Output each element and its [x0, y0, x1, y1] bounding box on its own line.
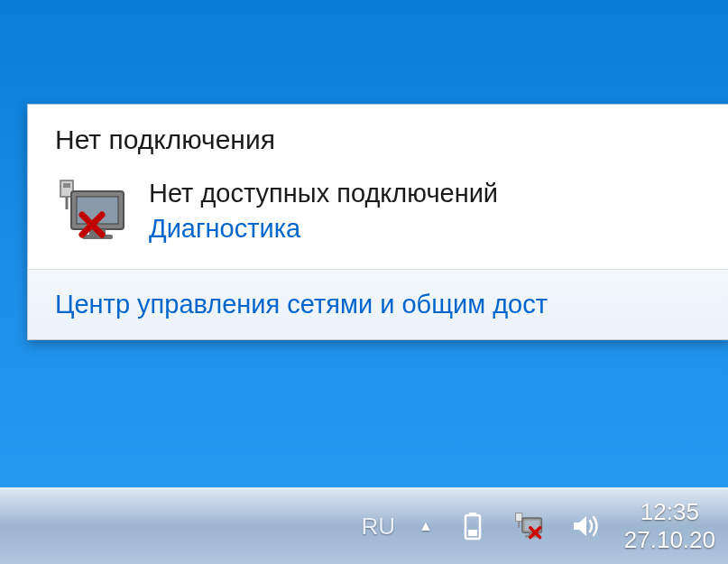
network-center-link[interactable]: Центр управления сетями и общим дост: [55, 290, 703, 319]
popup-footer: Центр управления сетями и общим дост: [28, 269, 728, 339]
network-disconnected-icon: [55, 179, 129, 244]
popup-body: Нет доступных подключений Диагностика: [28, 171, 728, 269]
clock[interactable]: 12:35 27.10.20: [624, 498, 715, 554]
network-popup: Нет подключения Нет доступных по: [27, 104, 728, 340]
svg-rect-12: [515, 513, 521, 522]
date-text: 27.10.20: [624, 526, 715, 554]
show-hidden-icons[interactable]: ▲: [419, 518, 433, 534]
svg-rect-10: [469, 513, 476, 516]
network-tray-icon[interactable]: [512, 510, 545, 542]
popup-text-group: Нет доступных подключений Диагностика: [149, 179, 498, 244]
svg-rect-11: [468, 530, 477, 536]
status-text: Нет доступных подключений: [149, 179, 498, 208]
battery-icon[interactable]: [456, 510, 489, 542]
language-indicator[interactable]: RU: [361, 513, 395, 541]
svg-rect-6: [82, 235, 113, 239]
diagnose-link[interactable]: Диагностика: [149, 214, 498, 244]
system-tray: RU ▲: [361, 498, 728, 554]
time-text: 12:35: [640, 498, 699, 526]
volume-icon[interactable]: [568, 510, 601, 542]
taskbar: RU ▲: [0, 487, 728, 564]
svg-rect-1: [63, 183, 70, 188]
popup-title: Нет подключения: [28, 105, 728, 171]
